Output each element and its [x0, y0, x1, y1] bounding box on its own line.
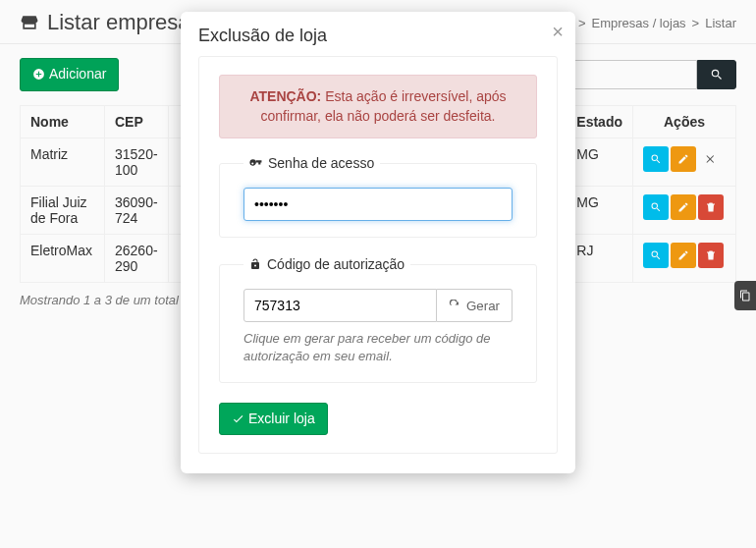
password-legend: Senha de acesso — [268, 156, 374, 170]
generate-code-button[interactable]: Gerar — [437, 289, 513, 322]
warning-alert: ATENÇÃO: Esta ação é irreversível, após … — [219, 75, 537, 138]
confirm-delete-button[interactable]: Excluir loja — [219, 403, 328, 436]
auth-help-text: Clique em gerar para receber um código d… — [243, 330, 513, 365]
warning-prefix: ATENÇÃO: — [249, 88, 321, 104]
confirm-delete-label: Excluir loja — [248, 410, 315, 429]
delete-store-modal: Exclusão de loja × ATENÇÃO: Esta ação é … — [181, 12, 575, 473]
modal-title: Exclusão de loja — [198, 26, 558, 46]
password-fieldset: Senha de acesso — [219, 156, 537, 238]
auth-code-fieldset: Código de autorização Gerar Clique em ge… — [219, 257, 537, 382]
lock-open-icon — [249, 258, 261, 270]
auth-legend: Código de autorização — [267, 257, 405, 271]
check-icon — [232, 412, 244, 425]
auth-code-input[interactable] — [243, 289, 437, 322]
refresh-icon — [449, 300, 460, 311]
close-icon[interactable]: × — [552, 22, 564, 41]
generate-label: Gerar — [466, 299, 500, 313]
password-input[interactable] — [243, 188, 513, 221]
key-icon — [249, 157, 262, 170]
